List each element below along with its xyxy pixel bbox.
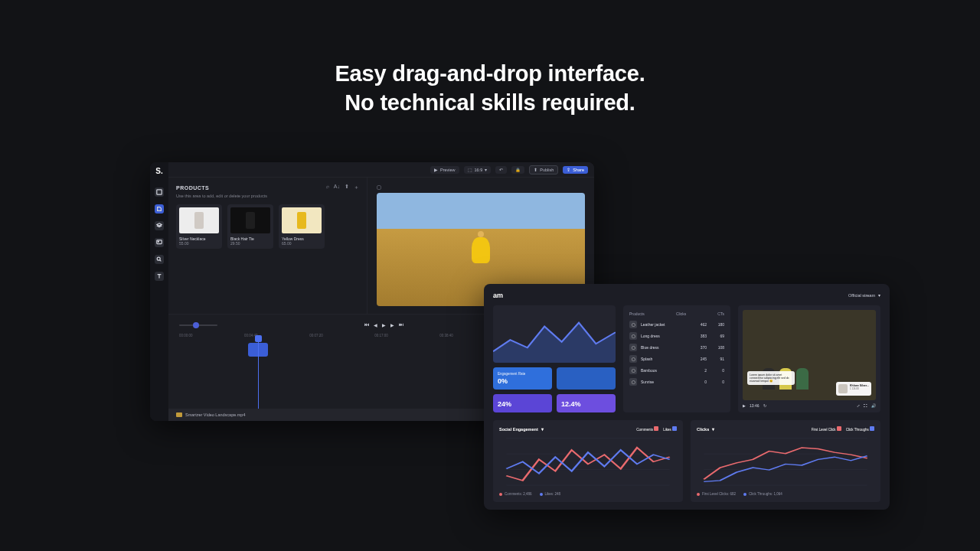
nav-products-icon[interactable] xyxy=(155,204,164,214)
player-play-icon[interactable]: ▶ xyxy=(743,403,746,408)
col-header: Clicks xyxy=(676,311,686,316)
product-cts: 0 xyxy=(710,368,724,373)
lock-button[interactable]: 🔒 xyxy=(511,166,524,174)
panel-sort-icon[interactable]: A↓ xyxy=(334,184,340,191)
stream-selector[interactable]: Official stream ▾ xyxy=(848,293,880,298)
product-price: 29.50 xyxy=(230,241,270,246)
stat-value: 0% xyxy=(498,377,547,385)
product-price: 65.00 xyxy=(282,241,322,246)
table-row[interactable]: ▢Splash24591 xyxy=(629,355,724,363)
editor-sidebar: S. xyxy=(150,162,168,421)
product-name: Leather jacket xyxy=(641,322,689,327)
nav-image-icon[interactable] xyxy=(155,238,164,247)
product-icon: ▢ xyxy=(629,332,637,340)
product-clicks: 245 xyxy=(693,357,707,361)
overlay-thumb xyxy=(838,384,848,393)
time-mark: 00:17:00 xyxy=(374,334,388,341)
step-forward-icon[interactable]: ▶ xyxy=(390,322,394,328)
product-cts: 0 xyxy=(710,380,724,384)
legend-item[interactable]: Likes xyxy=(663,426,677,432)
chart-summary: Click Throughs: 1,064 xyxy=(743,492,782,496)
video-subject xyxy=(472,231,490,263)
col-header: CTs xyxy=(717,311,724,316)
stat-card: 24% xyxy=(493,394,552,412)
live-product-overlay[interactable]: Khloee Silver... £ 124.00 xyxy=(836,382,871,396)
panel-search-icon[interactable]: ⌕ xyxy=(326,184,329,191)
nav-search-icon[interactable] xyxy=(155,255,164,264)
svg-rect-0 xyxy=(157,190,162,194)
chevron-down-icon[interactable]: ▾ xyxy=(712,427,714,432)
product-name: Bamboos xyxy=(641,368,689,373)
col-header: Products xyxy=(629,311,645,316)
app-logo: S. xyxy=(155,167,162,175)
aspect-selector[interactable]: ⬚ 16:9 ▾ xyxy=(464,166,492,174)
live-video[interactable]: Lorem ipsum dolor sit amet consectetur a… xyxy=(743,310,876,400)
clicks-chart: Clicks ▾ First Level Click Click Through… xyxy=(691,420,880,502)
nav-layers-icon[interactable] xyxy=(155,221,164,230)
chart-title: Clicks xyxy=(697,427,709,432)
panel-add-icon[interactable]: ＋ xyxy=(354,184,359,191)
nav-media-icon[interactable] xyxy=(155,187,164,197)
play-icon[interactable]: ▶ xyxy=(382,322,386,328)
product-clicks: 370 xyxy=(693,345,707,350)
chart-summary: First Level Clicks: 682 xyxy=(697,492,736,496)
overlay-price: £ 124.00 xyxy=(850,387,869,390)
dashboard-title: am xyxy=(493,292,503,299)
table-row[interactable]: ▢Blue dress370108 xyxy=(629,344,724,351)
product-name: Sunrise xyxy=(641,380,689,384)
product-card[interactable]: Black Hair Tie 29.50 xyxy=(227,204,273,249)
preview-drag-handle[interactable] xyxy=(377,185,381,190)
product-icon: ▢ xyxy=(629,378,637,386)
marketing-line-2: No technical skills required. xyxy=(0,89,980,118)
product-clicks: 0 xyxy=(693,380,707,384)
table-row[interactable]: ▢Leather jacket462180 xyxy=(629,321,724,328)
preview-button[interactable]: ▶ Preview xyxy=(430,166,459,174)
table-row[interactable]: ▢Long dress38369 xyxy=(629,332,724,340)
player-expand-icon[interactable]: ⤢ xyxy=(857,403,860,408)
chart-summary: Likes: 248 xyxy=(540,492,561,496)
panel-upload-icon[interactable]: ⬆ xyxy=(345,184,349,191)
stat-card: Engagement Rate 0% xyxy=(493,367,552,390)
product-cts: 180 xyxy=(710,322,724,327)
dashboard-window: am Official stream ▾ Engagement Rate 0% xyxy=(484,284,890,510)
product-name: Splash xyxy=(641,357,689,361)
undo-button[interactable]: ↶ xyxy=(495,166,507,174)
table-row[interactable]: ▢Sunrise00 xyxy=(629,378,724,386)
stat-card xyxy=(557,367,616,390)
table-row[interactable]: ▢Bamboos20 xyxy=(629,367,724,374)
zoom-slider[interactable] xyxy=(179,324,217,326)
skip-forward-icon[interactable]: ⏭ xyxy=(399,322,403,328)
legend-item[interactable]: Click Throughs xyxy=(846,426,874,432)
product-name: Long dress xyxy=(641,334,689,338)
svg-point-3 xyxy=(157,257,160,260)
product-price: 55.00 xyxy=(179,241,219,246)
product-icon: ▢ xyxy=(629,321,637,328)
panel-title: PRODUCTS xyxy=(176,185,209,191)
chevron-down-icon[interactable]: ▾ xyxy=(541,427,544,432)
products-panel: PRODUCTS ⌕ A↓ ⬆ ＋ Use this area to add, … xyxy=(168,178,368,314)
product-card[interactable]: Silver Necklace 55.00 xyxy=(176,204,222,249)
legend-item[interactable]: First Level Click xyxy=(812,426,841,432)
product-card[interactable]: Yellow Dress 65.00 xyxy=(279,204,325,249)
overview-sparkline xyxy=(493,305,616,363)
nav-text-icon[interactable] xyxy=(155,272,164,281)
product-clicks: 462 xyxy=(693,322,707,327)
player-loop-icon[interactable]: ↻ xyxy=(763,403,766,408)
filename: Smartzer Video Landscape.mp4 xyxy=(185,412,245,417)
marketing-line-1: Easy drag-and-drop interface. xyxy=(0,60,980,89)
social-engagement-chart: Social Engagement ▾ Comments Likes Comme… xyxy=(493,420,683,502)
player-fullscreen-icon[interactable]: ⛶ xyxy=(864,403,867,408)
time-mark: 00:07:20 xyxy=(309,334,323,341)
player-mute-icon[interactable]: 🔊 xyxy=(871,403,876,408)
skip-back-icon[interactable]: ⏮ xyxy=(364,322,369,328)
product-cts: 91 xyxy=(710,357,724,361)
stat-value: 12.4% xyxy=(561,400,611,408)
legend-item[interactable]: Comments xyxy=(636,426,658,432)
step-back-icon[interactable]: ◀ xyxy=(374,322,377,328)
stat-label: Engagement Rate xyxy=(498,372,547,376)
product-icon: ▢ xyxy=(629,344,637,351)
share-button[interactable]: ⇪ Share xyxy=(563,166,588,174)
product-cts: 108 xyxy=(710,345,724,350)
publish-button[interactable]: ⬆ Publish xyxy=(529,165,558,174)
time-mark: 00:00:00 xyxy=(179,334,193,341)
